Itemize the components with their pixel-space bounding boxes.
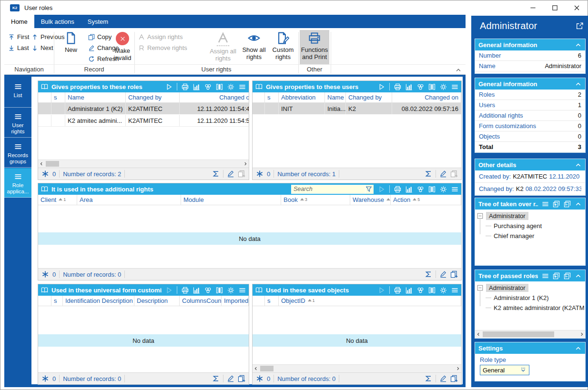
settings-gear-icon[interactable]: [440, 83, 447, 90]
chart-icon[interactable]: [406, 186, 413, 193]
copy-add-icon[interactable]: [450, 170, 458, 178]
play-icon[interactable]: [378, 186, 385, 193]
pencil-icon[interactable]: [227, 170, 234, 178]
column-header-changed-on[interactable]: Changed on: [392, 92, 461, 102]
sidebar-item-records-groups[interactable]: Records groups: [4, 138, 31, 168]
column-header-s[interactable]: s: [51, 296, 63, 306]
tree-root-row[interactable]: Administrator: [477, 283, 585, 293]
pencil-icon[interactable]: [439, 270, 447, 278]
play-icon[interactable]: [165, 83, 172, 90]
pencil-icon[interactable]: [439, 375, 447, 382]
make-invalid-button[interactable]: Make invalid: [110, 30, 135, 64]
gears-icon[interactable]: [417, 287, 424, 294]
column-header-client[interactable]: Client1: [38, 195, 77, 205]
filter-funnel-icon[interactable]: [365, 186, 372, 192]
pencil-icon[interactable]: [439, 170, 447, 178]
scrollbar-thumb[interactable]: [46, 161, 59, 167]
copy-add-icon[interactable]: [450, 375, 458, 382]
scrollbar-thumb[interactable]: [483, 331, 554, 337]
scroll-right-icon[interactable]: [455, 365, 461, 372]
column-header[interactable]: [253, 92, 265, 102]
collapse-box-icon[interactable]: [477, 285, 483, 291]
columns-icon[interactable]: [428, 83, 436, 90]
collapse-section-icon[interactable]: [575, 345, 582, 352]
scrollbar-thumb[interactable]: [260, 366, 274, 371]
collapse-all-icon[interactable]: [564, 200, 571, 208]
horizontal-scrollbar[interactable]: [475, 330, 585, 338]
scroll-right-icon[interactable]: [242, 160, 249, 168]
tree-root-row[interactable]: Administrator: [477, 211, 585, 221]
column-header-s[interactable]: s: [265, 296, 279, 306]
tree-child-row[interactable]: Administrator 1 (K2): [477, 293, 585, 303]
tab-system[interactable]: System: [81, 15, 115, 28]
table-row[interactable]: Administrator 1 (K2) K2ATMITEC 12.11.202…: [38, 103, 249, 115]
gears-icon[interactable]: [204, 83, 212, 90]
settings-gear-icon[interactable]: [440, 287, 447, 294]
chart-icon[interactable]: [406, 287, 413, 294]
tab-bulk-actions[interactable]: Bulk actions: [34, 15, 81, 28]
print-icon[interactable]: [394, 83, 401, 90]
print-icon[interactable]: [182, 287, 189, 294]
settings-gear-icon[interactable]: [227, 83, 234, 90]
search-box[interactable]: [291, 185, 374, 194]
hamburger-menu-icon[interactable]: [451, 186, 458, 193]
column-header-name[interactable]: Name: [65, 92, 126, 102]
play-icon[interactable]: [378, 83, 385, 90]
sidebar-item-list[interactable]: List: [4, 78, 31, 108]
copy-add-icon[interactable]: [238, 170, 245, 178]
sum-icon[interactable]: [425, 270, 432, 278]
custom-rights-button[interactable]: Custom rights: [269, 30, 297, 64]
open-external-icon[interactable]: [576, 22, 584, 30]
new-button[interactable]: New: [61, 30, 81, 64]
sum-icon[interactable]: [425, 375, 432, 382]
tab-home[interactable]: Home: [4, 15, 34, 28]
gears-icon[interactable]: [417, 186, 424, 193]
hamburger-menu-icon[interactable]: [542, 272, 549, 280]
column-header-changed-by[interactable]: Changed by: [346, 92, 392, 102]
column-header-area[interactable]: Area: [77, 195, 181, 205]
first-button[interactable]: First: [8, 33, 29, 40]
settings-gear-icon[interactable]: [227, 287, 234, 294]
columns-icon[interactable]: [216, 287, 223, 294]
chart-icon[interactable]: [193, 83, 200, 90]
gears-icon[interactable]: [204, 287, 212, 294]
functions-and-print-button[interactable]: Functions and Print: [300, 30, 329, 64]
column-header-identification[interactable]: Identification Description: [63, 296, 134, 306]
chart-icon[interactable]: [406, 83, 413, 90]
column-header-module[interactable]: Module: [181, 195, 281, 205]
table-row[interactable]: K2 atmitec admini... K2ATMITEC 12.11.202…: [38, 115, 249, 127]
collapse-section-icon[interactable]: [575, 200, 582, 208]
sum-icon[interactable]: [425, 170, 432, 178]
print-icon[interactable]: [394, 287, 401, 294]
settings-gear-icon[interactable]: [440, 186, 447, 193]
column-header-book[interactable]: Book3: [281, 195, 350, 205]
column-header-s[interactable]: s: [51, 92, 65, 102]
assign-rights-button[interactable]: Assign rights: [138, 33, 182, 40]
sidebar-item-role-applications[interactable]: Role applica...: [4, 168, 31, 198]
copy-add-icon[interactable]: [238, 375, 245, 382]
print-icon[interactable]: [394, 186, 401, 193]
hamburger-menu-icon[interactable]: [239, 83, 246, 90]
maximize-button[interactable]: [544, 0, 566, 15]
column-header-warehouse[interactable]: Warehouse4: [350, 195, 391, 205]
collapse-section-icon[interactable]: [575, 80, 582, 88]
scroll-left-icon[interactable]: [475, 330, 482, 338]
sum-icon[interactable]: [212, 375, 220, 382]
minimize-button[interactable]: [522, 0, 544, 15]
horizontal-scrollbar[interactable]: [253, 364, 461, 372]
sum-icon[interactable]: [212, 170, 220, 178]
hamburger-menu-icon[interactable]: [239, 287, 246, 294]
hamburger-menu-icon[interactable]: [542, 200, 549, 208]
scroll-right-icon[interactable]: [578, 330, 585, 338]
remove-rights-button[interactable]: Remove rights: [138, 44, 187, 51]
copy-button[interactable]: Copy: [88, 33, 112, 40]
collapse-section-icon[interactable]: [575, 41, 582, 49]
column-header-name[interactable]: Name: [325, 92, 346, 102]
chart-icon[interactable]: [193, 287, 200, 294]
last-button[interactable]: Last: [8, 44, 29, 51]
copy-add-icon[interactable]: [450, 270, 458, 278]
pencil-icon[interactable]: [227, 375, 234, 382]
show-all-rights-button[interactable]: Show all rights: [240, 30, 268, 64]
column-header[interactable]: [38, 296, 51, 306]
next-button[interactable]: Next: [31, 44, 53, 51]
